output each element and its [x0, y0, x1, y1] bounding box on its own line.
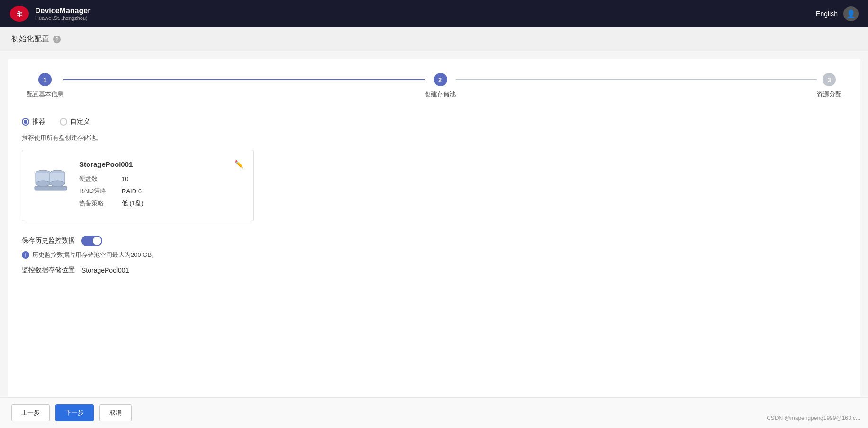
help-icon-label: ?	[55, 36, 58, 42]
storage-location-value: StoragePool001	[81, 266, 129, 274]
save-history-toggle[interactable]	[81, 236, 102, 246]
toggle-section: 保存历史监控数据 i 历史监控数据占用存储池空间最大为200 GB。 监控数据存…	[22, 236, 846, 274]
storage-location-row: 监控数据存储位置 StoragePool001	[22, 266, 846, 274]
storage-location-label: 监控数据存储位置	[22, 266, 75, 274]
pool-detail-label-raid: RAID策略	[79, 187, 112, 195]
radio-recommend[interactable]: 推荐	[22, 118, 45, 126]
pool-detail-row-hotspare: 热备策略 低 (1盘)	[79, 199, 244, 208]
svg-point-7	[50, 181, 65, 186]
app-subtitle: Huawei.St...hzngzhou)	[35, 15, 90, 21]
bottom-bar: 上一步 下一步 取消	[0, 397, 868, 428]
logo-group: 华 DeviceManager Huawei.St...hzngzhou)	[9, 5, 90, 22]
pool-detail-label-hotspare: 热备策略	[79, 199, 112, 208]
pool-header: StoragePool001 ✏️	[79, 160, 244, 169]
app-header: 华 DeviceManager Huawei.St...hzngzhou) En…	[0, 0, 868, 27]
pool-detail-value-raid: RAID 6	[122, 188, 142, 195]
main-content: 1 配置基本信息 2 创建存储池 3 资源分配 推荐	[8, 59, 860, 428]
step-label-1: 配置基本信息	[27, 90, 63, 99]
pool-detail-value-disk: 10	[122, 175, 128, 182]
stepper-circle-1: 1	[38, 73, 52, 86]
svg-text:华: 华	[16, 11, 23, 18]
pool-detail-row-raid: RAID策略 RAID 6	[79, 187, 244, 195]
stepper-connector-2	[456, 79, 817, 80]
info-row: i 历史监控数据占用存储池空间最大为200 GB。	[22, 251, 846, 259]
stepper-circle-3: 3	[823, 73, 836, 86]
stepper-connector-1	[63, 79, 425, 80]
step-number-3: 3	[827, 76, 831, 83]
radio-custom[interactable]: 自定义	[60, 118, 90, 126]
recommend-description: 推荐使用所有盘创建存储池。	[22, 134, 846, 142]
language-selector[interactable]: English	[816, 10, 838, 18]
info-text: 历史监控数据占用存储池空间最大为200 GB。	[32, 251, 158, 259]
app-title: DeviceManager	[35, 7, 90, 15]
watermark: CSDN @mapengpeng1999@163.c...	[767, 415, 860, 421]
edit-icon[interactable]: ✏️	[234, 160, 244, 169]
step-number-2: 2	[438, 76, 442, 83]
avatar[interactable]: 👤	[843, 6, 859, 21]
stepper-step-3: 3 资源分配	[817, 73, 841, 99]
help-icon[interactable]: ?	[53, 36, 61, 43]
radio-circle-recommend	[22, 118, 29, 126]
toggle-row: 保存历史监控数据	[22, 236, 846, 246]
radio-label-custom: 自定义	[70, 118, 90, 126]
title-group: DeviceManager Huawei.St...hzngzhou)	[35, 7, 90, 21]
page-title-bar: 初始化配置 ?	[0, 27, 868, 51]
svg-point-4	[36, 181, 51, 186]
radio-label-recommend: 推荐	[32, 118, 45, 126]
radio-group: 推荐 自定义	[22, 118, 846, 126]
avatar-icon: 👤	[846, 9, 856, 18]
pool-detail-row-disk: 硬盘数 10	[79, 174, 244, 183]
info-icon: i	[22, 251, 29, 259]
stepper-circle-2: 2	[434, 73, 447, 86]
page-title: 初始化配置	[11, 34, 49, 44]
pool-detail-value-hotspare: 低 (1盘)	[122, 199, 143, 208]
svg-rect-8	[35, 186, 67, 190]
prev-button[interactable]: 上一步	[11, 404, 50, 421]
step-label-3: 资源分配	[817, 90, 841, 99]
stepper: 1 配置基本信息 2 创建存储池 3 资源分配	[22, 73, 846, 99]
header-right: English 👤	[816, 6, 859, 21]
cancel-button[interactable]: 取消	[99, 404, 132, 421]
step-number-1: 1	[43, 76, 46, 83]
pool-detail-label-disk: 硬盘数	[79, 174, 112, 183]
pool-name: StoragePool001	[79, 160, 133, 168]
step-label-2: 创建存储池	[425, 90, 456, 99]
storage-pool-icon	[32, 160, 70, 198]
pool-info: StoragePool001 ✏️ 硬盘数 10 RAID策略 RAID 6 热…	[79, 160, 244, 211]
storage-pool-card: StoragePool001 ✏️ 硬盘数 10 RAID策略 RAID 6 热…	[22, 150, 254, 221]
next-button[interactable]: 下一步	[55, 404, 94, 421]
radio-circle-custom	[60, 118, 67, 126]
save-history-label: 保存历史监控数据	[22, 237, 75, 245]
huawei-logo-icon: 华	[9, 5, 29, 22]
stepper-step-1: 1 配置基本信息	[27, 73, 63, 99]
stepper-step-2: 2 创建存储池	[425, 73, 456, 99]
